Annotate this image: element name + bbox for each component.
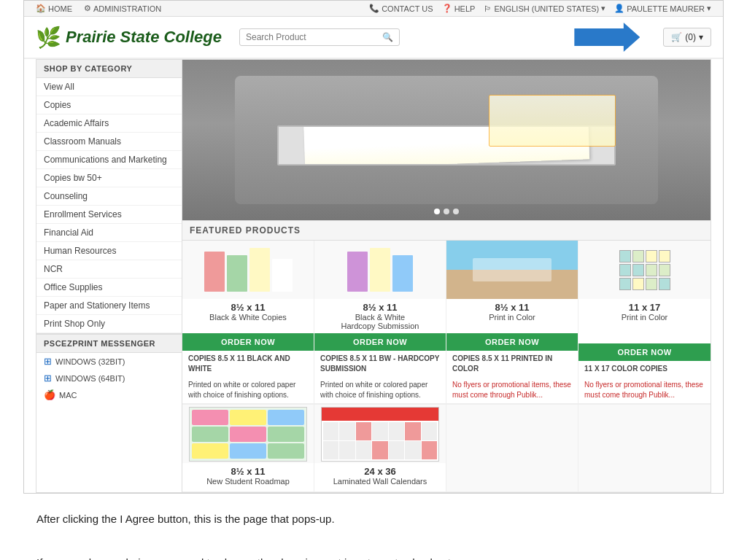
sidebar-item-paper-stationery[interactable]: Paper and Stationery Items [36,297,182,315]
carousel-dot-3[interactable] [453,209,459,214]
messenger-windows-64[interactable]: ⊞ WINDOWS (64BIT) [36,370,182,386]
sidebar-item-label: Paper and Stationery Items [44,300,150,311]
table-layout-graphic [619,250,670,290]
header: 🌿 Prairie State College 🔍 🛒 (0) ▾ [24,17,723,59]
product-color-1117: 11 x 17 Print in Color ORDER NOW 11 X 17… [578,241,711,404]
admin-nav[interactable]: ⚙ ADMINISTRATION [84,4,161,13]
product-name: New Student Roadmap [188,477,308,486]
product-info: 8½ x 11 New Student Roadmap [182,463,314,491]
carousel-dot-2[interactable] [444,209,449,214]
sidebar-item-label: Counseling [44,191,88,201]
home-nav[interactable]: 🏠 HOME [36,4,72,13]
sidebar-item-human-resources[interactable]: Human Resources [36,242,182,260]
product-size: 8½ x 11 [188,302,308,313]
messenger-windows-32[interactable]: ⊞ WINDOWS (32BIT) [36,353,182,370]
sidebar-item-office-supplies[interactable]: Office Supplies [36,279,182,297]
sidebar-item-communications[interactable]: Communications and Marketing [36,151,182,169]
cal-cell [339,441,355,459]
sidebar-item-print-shop-only[interactable]: Print Shop Only [36,315,182,333]
sidebar-item-label: Print Shop Only [44,319,105,329]
search-icon: 🔍 [382,32,393,42]
product-desc: Printed on white or colored paper with c… [182,377,314,403]
product-desc: Printed on white or colored paper with c… [314,377,446,403]
sidebar-item-label: Financial Aid [44,228,93,238]
product-info: 8½ x 11 Black & White Copies [182,299,314,333]
product-placeholder-3 [446,405,578,492]
order-now-button[interactable]: ORDER NOW [446,333,578,351]
roadmap-cell [268,443,304,459]
sidebar-item-copies[interactable]: Copies [36,96,182,114]
cart-button[interactable]: 🛒 (0) ▾ [663,28,711,47]
carousel-dots [434,209,459,214]
cal-cell [356,422,371,440]
product-size: 8½ x 11 [452,302,572,313]
phone-icon: 📞 [369,4,379,13]
cal-cell [405,422,420,440]
sidebar-item-label: Academic Affairs [44,118,109,128]
sidebar-item-ncr[interactable]: NCR [36,260,182,279]
sidebar-item-academic-affairs[interactable]: Academic Affairs [36,114,182,133]
sidebar-item-financial-aid[interactable]: Financial Aid [36,224,182,242]
order-now-button[interactable]: ORDER NOW [182,333,314,351]
user-label: PAULETTE MAURER [627,4,705,13]
sidebar-item-enrollment[interactable]: Enrollment Services [36,206,182,224]
product-size: 8½ x 11 [188,466,308,477]
roadmap-cell [268,410,304,425]
carousel-dot-1[interactable] [434,209,440,214]
windows-icon: ⊞ [44,373,52,384]
cal-cell [389,422,404,440]
paper-white [272,259,293,292]
product-name: Laminated Wall Calendars [320,477,440,486]
paper-stack-graphic [204,248,293,292]
paper-pink [204,252,225,292]
help-icon: ❓ [442,4,452,13]
contact-label: CONTACT US [382,4,433,13]
product-info: 8½ x 11 Print in Color [446,299,578,333]
product-thumb-color [446,241,578,299]
product-name: Black & White Copies [188,313,308,322]
products-grid: 8½ x 11 Black & White Copies ORDER NOW C… [182,241,711,404]
help-nav[interactable]: ❓ HELP [442,4,476,13]
bottom-text: After clicking the I Agree button, this … [0,494,747,560]
chevron-down-icon: ▾ [601,4,605,13]
sidebar-item-view-all[interactable]: View All [36,78,182,96]
cal-cell [372,441,387,459]
sidebar-item-label: Communications and Marketing [44,155,167,165]
roadmap-cell [268,427,304,442]
product-area: FEATURED PRODUCTS 8½ x 11 [182,60,711,492]
product-desc-title: COPIES 8.5 X 11 BLACK AND WHITE [182,351,314,377]
language-selector[interactable]: 🏳 ENGLISH (UNITED STATES) ▾ [484,4,605,13]
sidebar: SHOP BY CATEGORY View All Copies Academi… [36,60,182,492]
logo-area: 🌿 Prairie State College [36,26,222,50]
order-now-button[interactable]: ORDER NOW [578,343,711,361]
user-menu[interactable]: 👤 PAULETTE MAURER ▾ [614,4,711,13]
logo-text: Prairie State College [66,28,222,47]
sidebar-item-classroom-manuals[interactable]: Classroom Manuals [36,133,182,151]
product-desc-title: COPIES 8.5 X 11 BW - HARDCOPY SUBMISSION [314,351,446,377]
messenger-label: WINDOWS (64BIT) [55,374,125,383]
sidebar-item-copies-bw-50[interactable]: Copies bw 50+ [36,169,182,187]
user-icon: 👤 [614,4,624,13]
paper-green [227,255,247,292]
roadmap-cell [192,443,228,459]
search-bar[interactable]: 🔍 [239,28,400,46]
product-color-8511: 8½ x 11 Print in Color ORDER NOW COPIES … [446,241,578,404]
search-input[interactable] [246,32,382,42]
messenger-label: WINDOWS (32BIT) [55,357,125,366]
sidebar-item-counseling[interactable]: Counseling [36,187,182,206]
sidebar-item-label: Office Supplies [44,282,103,292]
language-label: ENGLISH (UNITED STATES) [494,4,599,13]
windows-icon: ⊞ [44,356,52,367]
product-bw-copies: 8½ x 11 Black & White Copies ORDER NOW C… [182,241,314,404]
bottom-line1: After clicking the I Agree button, this … [36,508,711,530]
order-now-button[interactable]: ORDER NOW [314,333,446,351]
chevron-down-icon: ▾ [707,4,711,13]
product-size: 8½ x 11 [320,302,440,313]
product-roadmap: 8½ x 11 New Student Roadmap [182,405,314,492]
products-grid-row2: 8½ x 11 New Student Roadmap [182,404,711,492]
calendar-header [322,408,438,421]
messenger-mac[interactable]: 🍎 MAC [36,386,182,403]
flag-icon: 🏳 [484,4,492,13]
contact-nav[interactable]: 📞 CONTACT US [369,4,433,13]
cal-cell [356,441,371,459]
